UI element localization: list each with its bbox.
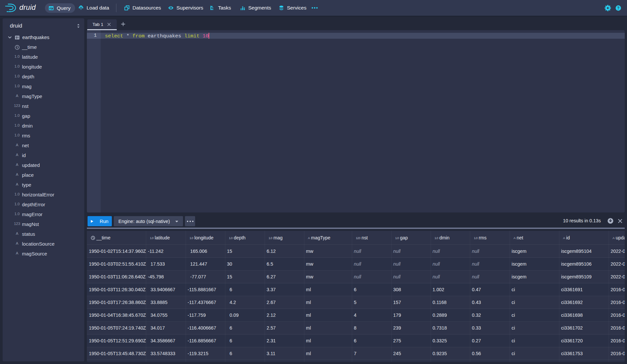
svg-text:?: ?: [617, 6, 619, 10]
